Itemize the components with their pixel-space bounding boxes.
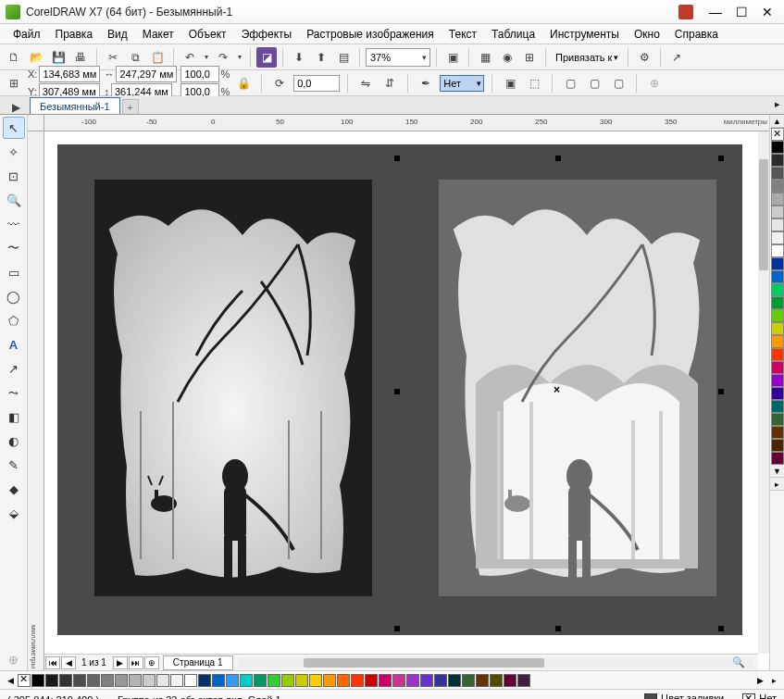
publish-pdf-button[interactable]: ▤ (333, 47, 354, 68)
palette-flyout[interactable]: ▸ (770, 478, 784, 491)
color-swatch[interactable] (771, 387, 784, 400)
doc-palette-flyout[interactable]: ▸ (767, 674, 780, 687)
color-swatch[interactable] (771, 244, 784, 257)
horizontal-scroll-thumb[interactable] (304, 658, 544, 668)
color-swatch[interactable] (379, 674, 392, 687)
color-swatch[interactable] (771, 322, 784, 335)
rectangle-tool[interactable]: ▭ (3, 261, 25, 283)
selection-handle-bl[interactable] (394, 626, 400, 631)
color-swatch[interactable] (462, 674, 475, 687)
navigator-button[interactable]: 🔍 (732, 655, 745, 668)
tab-overflow-button[interactable]: ▸ (775, 98, 780, 110)
menu-bitmaps[interactable]: Растровые изображения (299, 26, 442, 43)
color-swatch[interactable] (198, 674, 211, 687)
menu-tools[interactable]: Инструменты (542, 26, 627, 43)
mirror-vertical-button[interactable]: ⇵ (380, 73, 400, 94)
color-swatch[interactable] (115, 674, 128, 687)
lock-ratio-button[interactable]: 🔒 (233, 73, 254, 94)
color-swatch[interactable] (73, 674, 86, 687)
color-swatch[interactable] (184, 674, 197, 687)
print-button[interactable]: 🖶 (70, 47, 91, 68)
add-page-button[interactable]: ⊕ (144, 656, 159, 669)
doc-palette-no-color[interactable] (18, 674, 31, 687)
color-swatch[interactable] (87, 674, 100, 687)
parallel-dim-tool[interactable]: ↗ (3, 357, 25, 380)
snap-to-dropdown[interactable]: Привязать к (552, 52, 622, 63)
outline-width-dropdown[interactable]: Нет (440, 75, 484, 92)
selection-handle-br[interactable] (718, 626, 724, 631)
wrap-text-button[interactable]: ▣ (500, 73, 520, 94)
ellipse-tool[interactable]: ◯ (3, 285, 25, 307)
color-eyedropper-tool[interactable]: ✎ (3, 454, 25, 476)
vertical-ruler[interactable]: миллиметры (28, 131, 44, 670)
close-button[interactable]: ✕ (756, 4, 778, 20)
color-swatch[interactable] (59, 674, 72, 687)
ruler-origin[interactable] (28, 115, 44, 131)
color-swatch[interactable] (771, 439, 784, 452)
color-swatch[interactable] (771, 426, 784, 439)
menu-layout[interactable]: Макет (135, 26, 181, 43)
selection-handle-tr[interactable] (718, 156, 724, 161)
outline-indicator[interactable]: Нет (742, 693, 777, 699)
show-grid-button[interactable]: ◉ (497, 47, 517, 68)
menu-effects[interactable]: Эффекты (234, 26, 300, 43)
first-page-button[interactable]: ⏮ (45, 656, 60, 669)
rotation-input[interactable]: 0,0 (293, 75, 340, 92)
color-swatch[interactable] (434, 674, 447, 687)
minimize-button[interactable]: — (704, 4, 727, 20)
maximize-button[interactable]: ☐ (730, 4, 753, 20)
color-swatch[interactable] (254, 674, 267, 687)
artwork-right[interactable] (420, 161, 735, 615)
drawing-canvas[interactable]: × (44, 131, 758, 654)
mirror-horizontal-button[interactable]: ⇋ (355, 73, 376, 94)
new-button[interactable]: 🗋 (4, 47, 24, 68)
show-guides-button[interactable]: ⊞ (519, 47, 540, 68)
next-page-button[interactable]: ▶ (113, 656, 128, 669)
color-swatch[interactable] (771, 218, 784, 231)
vertical-scroll-thumb[interactable] (759, 159, 768, 270)
width-input[interactable]: 247,297 мм (116, 66, 177, 82)
menu-object[interactable]: Объект (181, 26, 234, 43)
shape-tool[interactable]: ✧ (3, 141, 25, 163)
color-swatch[interactable] (309, 674, 322, 687)
add-preset-button[interactable]: ⊕ (644, 73, 665, 94)
color-swatch[interactable] (129, 674, 142, 687)
launch-button[interactable]: ↗ (666, 47, 687, 68)
color-swatch[interactable] (45, 674, 58, 687)
color-swatch[interactable] (295, 674, 308, 687)
horizontal-ruler[interactable]: миллиметры -100 -50 0 50 100 150 200 250… (44, 115, 769, 131)
color-swatch[interactable] (143, 674, 156, 687)
new-tab-button[interactable]: + (122, 99, 139, 114)
artwork-left[interactable] (76, 161, 391, 615)
prev-page-button[interactable]: ◀ (61, 656, 76, 669)
text-tool[interactable]: A (3, 333, 25, 356)
color-swatch[interactable] (323, 674, 336, 687)
color-swatch[interactable] (771, 452, 784, 465)
vertical-scrollbar[interactable] (758, 131, 769, 654)
cut-button[interactable]: ✂ (103, 47, 123, 68)
to-back-button[interactable]: ▢ (584, 73, 604, 94)
selection-handle-tl[interactable] (394, 156, 400, 161)
palette-scroll-up[interactable]: ▲ (770, 115, 784, 128)
user-account-icon[interactable] (678, 5, 693, 19)
color-swatch[interactable] (771, 180, 784, 193)
selection-handle-tm[interactable] (555, 156, 561, 161)
polygon-tool[interactable]: ⬠ (3, 309, 25, 331)
copy-button[interactable]: ⧉ (125, 47, 145, 68)
color-swatch[interactable] (771, 206, 784, 218)
color-swatch[interactable] (771, 413, 784, 426)
convert-curves-button[interactable]: ▢ (608, 73, 628, 94)
color-swatch[interactable] (476, 674, 489, 687)
page-tab[interactable]: Страница 1 (163, 655, 233, 670)
color-swatch[interactable] (420, 674, 433, 687)
drop-shadow-tool[interactable]: ◧ (3, 406, 25, 428)
color-swatch[interactable] (771, 257, 784, 270)
doc-palette-scroll-right[interactable]: ▶ (753, 674, 766, 687)
color-swatch[interactable] (504, 674, 516, 687)
color-swatch[interactable] (771, 348, 784, 361)
menu-view[interactable]: Вид (100, 26, 135, 43)
menu-help[interactable]: Справка (667, 26, 726, 43)
color-swatch[interactable] (771, 141, 784, 154)
undo-button[interactable]: ↶ (180, 47, 200, 68)
color-swatch[interactable] (31, 674, 44, 687)
